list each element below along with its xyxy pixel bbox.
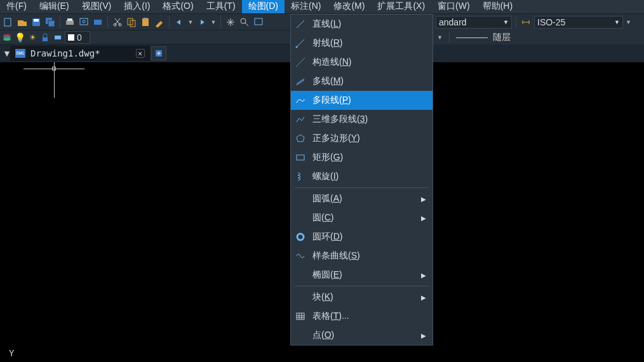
paste-icon[interactable] (140, 17, 151, 28)
menu-item[interactable]: 窗口(W) (431, 0, 476, 13)
tab-label: Drawing1.dwg* (30, 48, 100, 58)
mline-icon (295, 76, 306, 87)
rect-icon (295, 152, 306, 163)
print-layer-icon[interactable] (52, 32, 64, 43)
submenu-arrow-icon: ▶ (421, 196, 426, 203)
svg-rect-37 (297, 155, 304, 160)
new-icon[interactable] (3, 17, 14, 28)
preview-icon[interactable] (78, 17, 90, 28)
menu-item[interactable]: 编辑(E) (33, 0, 76, 13)
separator (516, 17, 516, 28)
text-style-dropdown[interactable]: andard ▼ (436, 16, 512, 29)
menu-item-sub[interactable]: 块(K)▶ (291, 288, 433, 307)
xline-icon (295, 57, 306, 68)
menu-item[interactable]: 件(F) (0, 0, 33, 13)
svg-rect-0 (4, 18, 11, 26)
menu-item-helix-icon[interactable]: 螺旋(I) (291, 167, 433, 186)
pan-icon[interactable] (225, 17, 236, 28)
svg-point-8 (83, 20, 85, 23)
sun-icon[interactable]: ☀ (27, 32, 38, 43)
menu-item-label: 圆(C) (312, 212, 415, 224)
layer-color-swatch (68, 34, 74, 41)
menu-item[interactable]: 绘图(D) (242, 0, 285, 13)
menu-item-label: 直线(L) (312, 18, 426, 30)
menu-item-label: 块(K) (312, 292, 415, 303)
add-tab-button[interactable] (151, 46, 166, 60)
menu-item-sub[interactable]: 圆弧(A)▶ (291, 189, 433, 208)
menu-item[interactable]: 工具(T) (200, 0, 242, 13)
dim-style-value: ISO-25 (537, 17, 565, 27)
svg-point-38 (297, 234, 304, 240)
redo-icon[interactable] (196, 17, 208, 28)
menu-item[interactable]: 视图(V) (76, 0, 118, 13)
menu-item-label: 圆弧(A) (312, 193, 415, 204)
menu-item-3dpoly-icon[interactable]: 三维多段线(3) (291, 110, 433, 129)
menu-item-label: 矩形(G) (312, 152, 426, 163)
linetype-label[interactable]: 随层 (493, 32, 511, 43)
svg-rect-7 (80, 18, 88, 25)
matchprop-icon[interactable] (154, 17, 165, 28)
blank-icon (295, 269, 306, 281)
blank-icon (295, 193, 306, 204)
undo-dropdown-icon[interactable]: ▼ (187, 17, 194, 28)
close-tab-icon[interactable]: ✕ (136, 49, 145, 58)
menu-item-line-icon[interactable]: 直线(L) (291, 15, 433, 34)
menu-item-label: 多线(M) (312, 76, 426, 87)
menu-item-ray-icon[interactable]: 射线(R) (291, 34, 433, 53)
menu-item-label: 表格(T)... (312, 311, 426, 322)
lock-icon[interactable] (39, 32, 51, 43)
text-style-value: andard (439, 17, 467, 27)
layer-icon[interactable] (1, 32, 13, 43)
ray-icon (295, 37, 306, 49)
menu-item[interactable]: 修改(M) (327, 0, 371, 13)
bulb-icon[interactable]: 💡 (14, 32, 25, 43)
menu-item-sub[interactable]: 椭圆(E)▶ (291, 265, 433, 285)
open-icon[interactable] (17, 17, 28, 28)
print-icon[interactable] (64, 17, 76, 28)
menu-item-xline-icon[interactable]: 构造线(N) (291, 53, 433, 72)
menu-item-rect-icon[interactable]: 矩形(G) (291, 148, 433, 167)
menu-item-sub[interactable]: 圆(C)▶ (291, 208, 433, 227)
svg-line-33 (296, 58, 305, 67)
menu-item[interactable]: 扩展工具(X) (371, 0, 431, 13)
menu-item[interactable]: 帮助(H) (476, 0, 519, 13)
menu-item-sub[interactable]: 点(O)▶ (291, 326, 433, 345)
zoom-window-icon[interactable] (253, 17, 264, 28)
tab-handle-icon[interactable]: ▼ (4, 44, 10, 62)
zoom-icon[interactable] (239, 17, 250, 28)
svg-rect-18 (255, 18, 262, 25)
toolbar-right-2: ▼ 随层 (433, 30, 644, 44)
undo-icon[interactable] (173, 17, 185, 28)
tab-active[interactable]: DWG Drawing1.dwg* ✕ (10, 46, 150, 61)
menu-item-spline-icon[interactable]: 样条曲线(S) (291, 246, 433, 265)
svg-line-31 (297, 39, 304, 47)
submenu-arrow-icon: ▶ (421, 332, 426, 339)
svg-line-17 (245, 23, 248, 26)
layer-state-dropdown[interactable]: 0 (65, 31, 90, 44)
crosshair-pickbox (52, 67, 56, 70)
menu-item-donut-icon[interactable]: 圆环(D) (291, 227, 433, 246)
line-icon (295, 18, 306, 30)
pline-icon (295, 95, 306, 106)
menu-item[interactable]: 插入(I) (117, 0, 156, 13)
publish-icon[interactable] (92, 17, 104, 28)
dim-icon[interactable] (520, 17, 532, 28)
saveall-icon[interactable] (44, 17, 56, 28)
menu-item-mline-icon[interactable]: 多线(M) (291, 72, 433, 91)
svg-rect-23 (55, 36, 61, 39)
save-icon[interactable] (30, 17, 42, 28)
menu-item-polygon-icon[interactable]: 正多边形(Y) (291, 129, 433, 148)
menu-item-table-icon[interactable]: 表格(T)... (291, 307, 433, 326)
dim-style-dropdown[interactable]: ISO-25 ▼ (534, 16, 623, 29)
dropdown-arrow-icon[interactable]: ▼ (437, 34, 443, 41)
menu-item[interactable]: 格式(O) (156, 0, 199, 13)
menu-item-pline-icon[interactable]: 多段线(P) (291, 91, 433, 110)
3dpoly-icon (295, 114, 306, 125)
menu-item[interactable]: 标注(N) (285, 0, 327, 13)
cut-icon[interactable] (112, 17, 123, 28)
separator (220, 17, 221, 28)
redo-dropdown-icon[interactable]: ▼ (210, 17, 217, 28)
copy-icon[interactable] (126, 17, 137, 28)
menu-item-label: 点(O) (312, 330, 415, 341)
svg-line-34 (297, 79, 304, 84)
